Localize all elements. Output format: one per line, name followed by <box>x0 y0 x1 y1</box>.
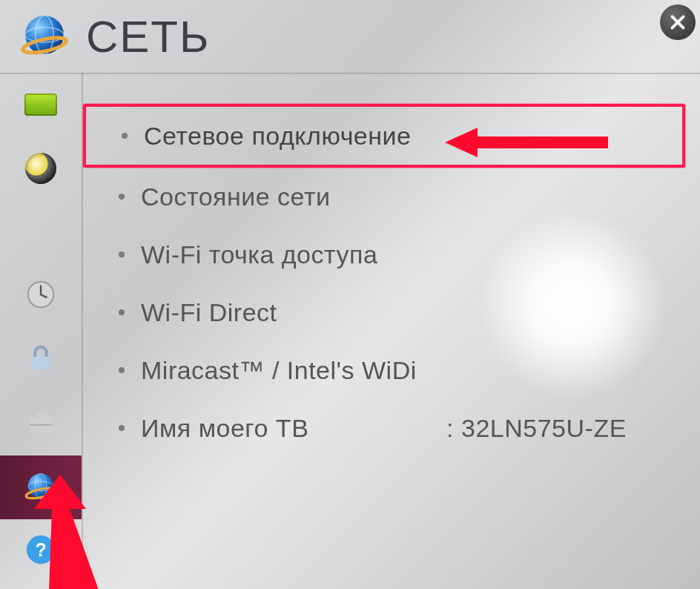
sidebar-item-sound[interactable] <box>0 136 82 200</box>
bullet-icon <box>122 133 128 139</box>
menu-item-network-connection[interactable]: Сетевое подключение <box>83 104 685 168</box>
briefcase-icon <box>24 405 58 442</box>
menu-label: Сетевое подключение <box>144 122 411 151</box>
bullet-icon <box>119 194 125 200</box>
menu-item-wifi-ap[interactable]: Wi-Fi точка доступа <box>83 226 685 283</box>
clock-icon <box>24 277 58 315</box>
menu-label: Имя моего ТВ <box>141 414 308 443</box>
network-globe-icon <box>21 13 68 60</box>
menu-label: Wi-Fi Direct <box>141 298 277 327</box>
bullet-icon <box>119 367 125 373</box>
sidebar-item-support[interactable]: ? <box>0 519 82 583</box>
menu-item-miracast[interactable]: Miracast™ / Intel's WiDi <box>83 341 685 399</box>
menu-label: Wi-Fi точка доступа <box>141 240 377 269</box>
sidebar-item-channel[interactable] <box>0 200 82 264</box>
bullet-icon <box>119 251 125 257</box>
speaker-icon <box>25 153 56 184</box>
network-globe-icon <box>22 469 59 506</box>
page-title: СЕТЬ <box>86 11 210 62</box>
svg-rect-8 <box>36 414 45 418</box>
menu-value: 32LN575U-ZE <box>461 414 627 443</box>
sidebar-item-lock[interactable] <box>0 328 82 392</box>
menu-item-network-status[interactable]: Состояние сети <box>83 168 685 226</box>
screen-icon <box>24 93 57 116</box>
menu-content: Сетевое подключение Состояние сети Wi-Fi… <box>83 104 685 589</box>
sidebar: ? <box>0 73 83 589</box>
settings-screen: СЕТЬ <box>0 0 700 589</box>
lock-icon <box>24 341 58 378</box>
close-button[interactable] <box>660 4 696 40</box>
header: СЕТЬ <box>0 0 700 74</box>
sidebar-item-network[interactable] <box>0 455 82 519</box>
sidebar-item-picture[interactable] <box>0 73 82 136</box>
close-icon <box>668 13 687 32</box>
svg-rect-6 <box>33 357 50 369</box>
satellite-dish-icon <box>24 214 58 251</box>
bullet-icon <box>119 425 125 431</box>
sidebar-item-option[interactable] <box>0 392 82 455</box>
question-icon: ? <box>24 533 58 570</box>
sidebar-item-time[interactable] <box>0 264 82 328</box>
menu-item-wifi-direct[interactable]: Wi-Fi Direct <box>83 283 685 341</box>
svg-text:?: ? <box>35 539 46 560</box>
menu-item-tv-name[interactable]: Имя моего ТВ : 32LN575U-ZE <box>83 399 685 457</box>
svg-point-4 <box>46 222 50 226</box>
menu-label: Состояние сети <box>141 182 330 211</box>
bullet-icon <box>119 309 125 315</box>
menu-label: Miracast™ / Intel's WiDi <box>141 356 417 385</box>
separator: : <box>446 414 454 443</box>
